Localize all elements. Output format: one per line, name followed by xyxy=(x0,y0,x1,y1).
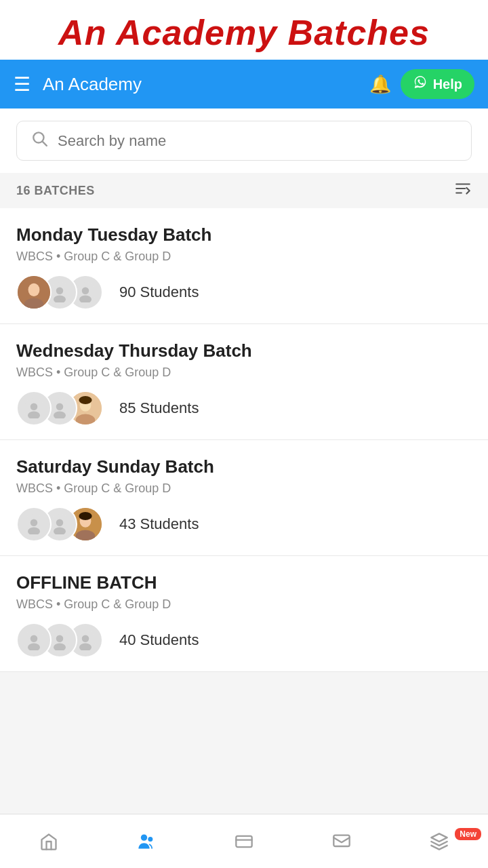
search-bar-wrapper xyxy=(0,108,488,173)
sort-icon[interactable] xyxy=(454,180,472,201)
content-area: 16 BATCHES Monday Tuesday Batch WBCS • G… xyxy=(0,108,488,740)
batch-count-label: 16 BATCHES xyxy=(16,184,95,198)
batch-item[interactable]: Wednesday Thursday Batch WBCS • Group C … xyxy=(0,324,488,440)
batch-item[interactable]: Monday Tuesday Batch WBCS • Group C & Gr… xyxy=(0,208,488,324)
student-count: 85 Students xyxy=(119,399,199,417)
batch-students-row: 40 Students xyxy=(16,623,472,658)
layers-icon xyxy=(430,832,449,856)
svg-point-25 xyxy=(30,519,38,527)
search-input[interactable] xyxy=(58,132,458,150)
avatar-group xyxy=(16,623,94,658)
svg-point-23 xyxy=(79,396,92,404)
svg-point-9 xyxy=(56,288,64,295)
svg-point-28 xyxy=(56,519,64,527)
batch-tags: WBCS • Group C & Group D xyxy=(16,250,472,264)
avatar-group xyxy=(16,275,94,310)
search-icon xyxy=(30,130,48,152)
svg-rect-47 xyxy=(333,835,349,846)
page-title-bar: An Academy Batches xyxy=(0,0,488,60)
person-icon xyxy=(137,832,156,856)
batch-students-row: 85 Students xyxy=(16,391,472,426)
menu-icon[interactable]: ☰ xyxy=(14,73,30,96)
avatar-group xyxy=(16,507,94,542)
svg-marker-48 xyxy=(431,833,447,842)
student-count: 43 Students xyxy=(119,515,199,533)
bottom-nav-home[interactable] xyxy=(0,827,98,856)
avatar xyxy=(16,507,52,542)
batch-name: OFFLINE BATCH xyxy=(16,572,472,593)
batch-tags: WBCS • Group C & Group D xyxy=(16,366,472,380)
avatar xyxy=(16,623,52,658)
avatar xyxy=(16,391,52,426)
batch-item[interactable]: Saturday Sunday Batch WBCS • Group C & G… xyxy=(0,440,488,556)
navbar: ☰ An Academy 🔔 Help xyxy=(0,60,488,108)
new-badge: New xyxy=(455,828,481,840)
help-label: Help xyxy=(433,77,462,92)
bottom-nav: New xyxy=(0,814,488,868)
whatsapp-icon xyxy=(413,75,428,94)
batch-name: Wednesday Thursday Batch xyxy=(16,340,472,361)
navbar-title: An Academy xyxy=(43,74,369,95)
avatar xyxy=(16,275,52,310)
svg-point-38 xyxy=(56,635,64,643)
bottom-nav-cards[interactable] xyxy=(195,827,293,856)
svg-point-43 xyxy=(141,835,147,841)
batch-list: Monday Tuesday Batch WBCS • Group C & Gr… xyxy=(0,208,488,672)
bottom-nav-more[interactable]: New xyxy=(390,827,488,856)
svg-point-15 xyxy=(30,403,38,411)
svg-rect-45 xyxy=(236,836,251,847)
batch-tags: WBCS • Group C & Group D xyxy=(16,481,472,496)
batch-tags: WBCS • Group C & Group D xyxy=(16,597,472,612)
svg-point-33 xyxy=(79,512,92,520)
svg-point-12 xyxy=(82,288,89,295)
avatar-group xyxy=(16,391,94,426)
search-bar xyxy=(16,121,472,161)
notification-bell-icon[interactable]: 🔔 xyxy=(369,74,391,95)
batch-item[interactable]: OFFLINE BATCH WBCS • Group C & Group D xyxy=(0,556,488,672)
batch-students-row: 90 Students xyxy=(16,275,472,310)
batch-name: Saturday Sunday Batch xyxy=(16,456,472,477)
cards-icon xyxy=(235,832,253,856)
student-count: 40 Students xyxy=(119,631,199,649)
home-icon xyxy=(39,832,58,856)
bottom-nav-messages[interactable] xyxy=(293,827,390,856)
messages-icon xyxy=(332,832,351,856)
svg-point-44 xyxy=(148,837,152,842)
bottom-nav-batches[interactable] xyxy=(98,827,195,856)
batch-name: Monday Tuesday Batch xyxy=(16,224,472,245)
svg-point-35 xyxy=(30,635,38,643)
svg-line-1 xyxy=(43,142,47,146)
svg-point-41 xyxy=(82,635,89,643)
batch-students-row: 43 Students xyxy=(16,507,472,542)
batch-count-bar: 16 BATCHES xyxy=(0,173,488,208)
page-title: An Academy Batches xyxy=(58,13,430,52)
svg-point-18 xyxy=(56,403,64,411)
student-count: 90 Students xyxy=(119,283,199,301)
help-button[interactable]: Help xyxy=(401,69,474,99)
svg-point-6 xyxy=(28,283,40,296)
